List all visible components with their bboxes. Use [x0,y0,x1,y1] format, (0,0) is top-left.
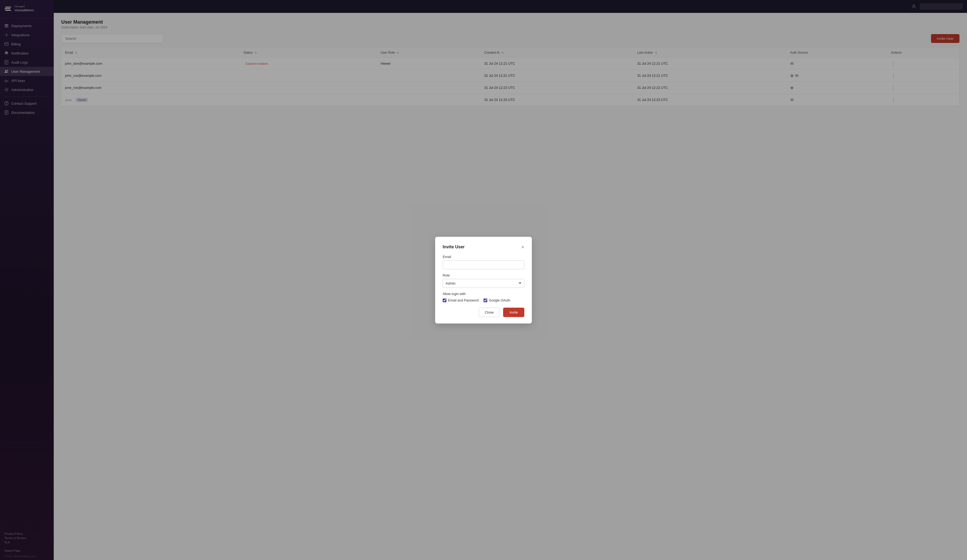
modal-overlay[interactable]: Invite User × Email Role: Admin Viewer E… [0,0,967,560]
email-password-checkbox[interactable] [443,298,446,302]
role-form-group: Role: Admin Viewer Editor [443,273,524,288]
google-oauth-label: Google OAuth [489,298,510,302]
role-label: Role: [443,273,524,277]
email-password-checkbox-label[interactable]: Email and Password [443,298,479,302]
modal-actions: Close Invite [443,308,524,317]
modal-close-button[interactable]: × [521,244,524,250]
email-password-label: Email and Password [448,298,479,302]
email-label: Email [443,255,524,259]
role-select[interactable]: Admin Viewer Editor [443,279,524,288]
modal-title: Invite User [443,245,465,249]
login-options-label: Allow login with [443,292,524,296]
modal-header: Invite User × [443,244,524,250]
google-oauth-checkbox[interactable] [484,298,487,302]
checkbox-group: Email and Password Google OAuth [443,298,524,302]
login-options-section: Allow login with Email and Password Goog… [443,292,524,302]
email-input[interactable] [443,260,524,269]
close-modal-button[interactable]: Close [479,308,500,317]
invite-button[interactable]: Invite [503,308,524,317]
email-form-group: Email [443,255,524,269]
invite-user-modal: Invite User × Email Role: Admin Viewer E… [435,237,532,323]
google-oauth-checkbox-label[interactable]: Google OAuth [484,298,510,302]
